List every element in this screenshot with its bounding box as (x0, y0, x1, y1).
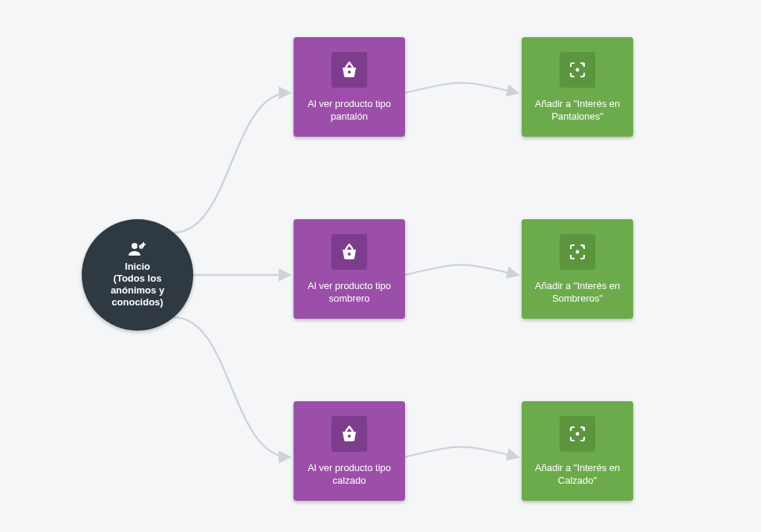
svg-point-8 (348, 253, 351, 256)
action-label: Añadir a "Interés en Pantalones" (522, 98, 633, 137)
workflow-canvas: Inicio(Todos los anónimos y conocidos) A… (0, 0, 761, 532)
focus-plus-icon (560, 234, 595, 270)
focus-plus-icon (560, 416, 595, 452)
trigger-label: Al ver producto tipo sombrero (294, 280, 405, 319)
action-label: Añadir a "Interés en Calzado" (522, 462, 633, 501)
trigger-node-2[interactable]: Al ver producto tipo calzado (294, 401, 405, 501)
svg-point-9 (576, 250, 580, 254)
arrow-start-to-trigger-2 (174, 317, 289, 457)
svg-point-0 (132, 243, 137, 249)
focus-plus-icon (560, 52, 595, 88)
people-plus-icon (128, 241, 147, 256)
start-node[interactable]: Inicio(Todos los anónimos y conocidos) (82, 219, 193, 331)
arrow-trigger-to-action-2 (405, 447, 517, 458)
start-label: Inicio(Todos los anónimos y conocidos) (82, 261, 193, 309)
arrow-trigger-to-action-0 (405, 83, 517, 94)
action-node-2[interactable]: Añadir a "Interés en Calzado" (522, 401, 633, 501)
svg-point-5 (576, 68, 580, 72)
svg-point-12 (348, 435, 351, 438)
trigger-label: Al ver producto tipo calzado (294, 462, 405, 501)
svg-rect-3 (141, 244, 146, 245)
arrow-start-to-trigger-0 (174, 93, 289, 233)
trigger-node-1[interactable]: Al ver producto tipo sombrero (294, 219, 405, 319)
svg-point-13 (576, 432, 580, 436)
svg-point-4 (348, 71, 351, 74)
basket-icon (331, 234, 367, 270)
action-node-0[interactable]: Añadir a "Interés en Pantalones" (522, 37, 633, 137)
arrow-trigger-to-action-1 (405, 265, 517, 276)
trigger-node-0[interactable]: Al ver producto tipo pantalón (294, 37, 405, 137)
basket-icon (331, 416, 367, 452)
trigger-label: Al ver producto tipo pantalón (294, 98, 405, 137)
basket-icon (331, 52, 367, 88)
action-label: Añadir a "Interés en Sombreros" (522, 280, 633, 319)
action-node-1[interactable]: Añadir a "Interés en Sombreros" (522, 219, 633, 319)
